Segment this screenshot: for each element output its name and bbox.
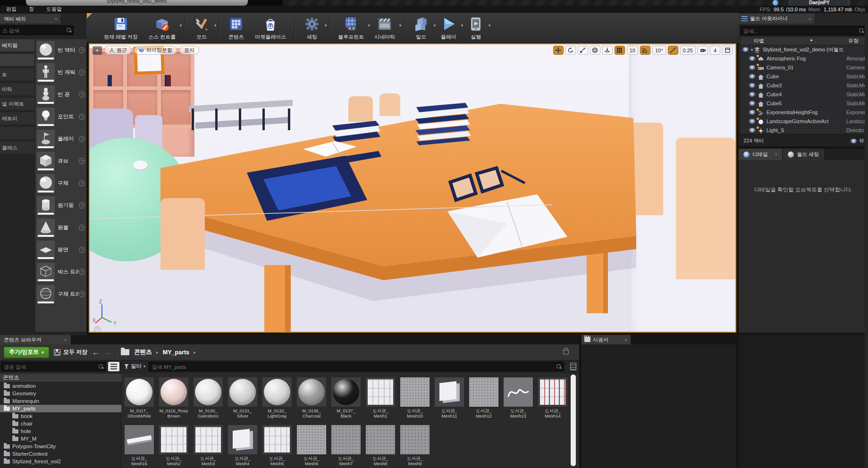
sources-list-toggle[interactable]: [108, 362, 119, 371]
viewport[interactable]: ▾원근라이팅포함표시 1010°0.254 Z X Y ?: [89, 43, 736, 333]
asset-도서관_Mesh10[interactable]: 도서관_Mesh10: [400, 377, 430, 418]
breadcrumb-my-parts[interactable]: MY_parts: [163, 349, 189, 356]
folder-Mannequin[interactable]: Mannequin: [0, 397, 121, 405]
folder-Stylized_forest_vol2[interactable]: Stylized_forest_vol2: [0, 458, 121, 465]
viewport-snap-value[interactable]: 10: [627, 46, 638, 55]
close-icon[interactable]: ×: [624, 335, 627, 344]
chevron-down-icon[interactable]: ▾: [214, 23, 217, 28]
folder-MY_M[interactable]: MY_M: [0, 435, 121, 443]
outliner-row[interactable]: Cube5StaticMes: [741, 99, 866, 108]
angle-icon[interactable]: [640, 46, 650, 55]
surface-icon[interactable]: [602, 46, 613, 55]
eye-icon[interactable]: [749, 56, 756, 61]
asset-M_0136_Charcoal[interactable]: M_0136_Charcoal: [296, 377, 327, 418]
sequencer-tab[interactable]: 시퀀서 ×: [581, 335, 631, 344]
viewport-options-dropdown[interactable]: ▾: [93, 46, 102, 55]
place-category[interactable]: 메트리: [0, 112, 34, 125]
world-outliner-tab[interactable]: 월드 아웃라이너 ×: [739, 14, 814, 24]
place-category[interactable]: [0, 54, 34, 66]
eye-icon[interactable]: [749, 92, 756, 97]
eye-icon[interactable]: [742, 47, 749, 52]
rotate-icon[interactable]: [565, 46, 576, 55]
menu-item-편집[interactable]: 편집: [0, 6, 23, 13]
place-actor-item[interactable]: 플레이?: [35, 128, 86, 150]
asset-도서관_Mesh11[interactable]: 도서관_Mesh11: [434, 377, 464, 418]
place-category[interactable]: 얼 이펙트: [0, 98, 34, 110]
eye-icon[interactable]: [749, 128, 756, 133]
outliner-row[interactable]: LandscapeGizmoActiveActLandscap: [741, 117, 866, 126]
asset-도서관_Mesh4[interactable]: 도서관_Mesh4: [228, 425, 258, 466]
back-button[interactable]: ←: [92, 348, 99, 356]
path-search-input[interactable]: [1, 363, 92, 371]
viewport-snap-value[interactable]: 4: [710, 46, 720, 55]
chevron-down-icon[interactable]: ▾: [325, 23, 327, 28]
folder-chair[interactable]: chair: [0, 420, 121, 427]
outliner-search[interactable]: [741, 26, 866, 35]
grid-icon[interactable]: [615, 46, 625, 55]
asset-도서관_Mesh1[interactable]: 도서관_Mesh1: [365, 377, 396, 418]
asset-M_0119_RosyBrown[interactable]: M_0119_RosyBrown: [159, 377, 189, 418]
eye-icon[interactable]: [749, 83, 756, 88]
lock-icon[interactable]: [563, 350, 569, 354]
outliner-search-input[interactable]: [741, 27, 852, 35]
place-actor-item[interactable]: 원뿔?: [35, 217, 86, 239]
expand-arrow-icon[interactable]: ▾: [751, 48, 753, 52]
chevron-down-icon[interactable]: ▾: [180, 23, 182, 28]
place-actor-item[interactable]: 큐브?: [35, 150, 86, 172]
folder-root[interactable]: 콘텐츠: [0, 374, 121, 382]
asset-도서관_Mesh5[interactable]: 도서관_Mesh5: [262, 425, 292, 466]
asset-도서관_Mesh14[interactable]: 도서관_Mesh14: [538, 377, 568, 418]
eye-icon[interactable]: [749, 119, 756, 124]
folder-StarterContent[interactable]: StarterContent: [0, 450, 121, 458]
viewport-button-원근[interactable]: 원근: [104, 46, 132, 55]
scale-icon[interactable]: [578, 46, 588, 55]
place-actor-item[interactable]: 구체?: [35, 172, 86, 194]
folder-Geometry[interactable]: Geometry: [0, 390, 121, 397]
outliner-row[interactable]: Camera_01CameraAc: [741, 63, 866, 72]
outliner-row[interactable]: CubeStaticMes: [741, 72, 866, 81]
outliner-row[interactable]: Cube3StaticMes: [741, 81, 866, 90]
toolbar-source-button[interactable]: ▾소스 컨트롤: [143, 16, 181, 41]
chevron-down-icon[interactable]: ▾: [399, 23, 402, 28]
asset-도서관_Mesh9[interactable]: 도서관_Mesh9: [400, 425, 430, 466]
viewport-snap-value[interactable]: 10°: [652, 46, 666, 55]
place-category[interactable]: [0, 127, 34, 139]
place-category[interactable]: 배치됨: [0, 39, 34, 51]
place-actor-item[interactable]: 빈 캐릭?: [35, 61, 86, 84]
view-options-icon[interactable]: [570, 363, 576, 370]
move-icon[interactable]: [553, 46, 564, 55]
outliner-row[interactable]: ▾Stylized_forest_vol2_demo (어월드: [741, 45, 866, 54]
menu-item-창[interactable]: 창: [23, 6, 40, 13]
viewport-help-icon[interactable]: ?: [94, 326, 101, 333]
place-actor-item[interactable]: 박스 트리거?: [35, 261, 86, 283]
folder-animation[interactable]: animation: [0, 382, 121, 390]
asset-search[interactable]: [149, 362, 564, 371]
place-actor-item[interactable]: 구체 트리거?: [35, 283, 86, 305]
toolbar-modes-button[interactable]: ▾모드: [188, 16, 215, 41]
path-search[interactable]: [1, 362, 106, 371]
filters-button[interactable]: 필터▾: [124, 363, 145, 370]
asset-도서관_Mesh7[interactable]: 도서관_Mesh7: [331, 425, 361, 466]
close-icon[interactable]: ×: [55, 14, 58, 24]
asset-grid-scrollbar[interactable]: [571, 375, 576, 466]
tab-world-settings[interactable]: 월드 세팅: [783, 149, 824, 160]
asset-M_0131_Silver[interactable]: M_0131_Silver: [228, 377, 258, 418]
toolbar-play-button[interactable]: ▾플레이: [435, 16, 462, 41]
asset-M_0117_GhostWhite[interactable]: M_0117_GhostWhite: [124, 377, 154, 418]
eye-icon[interactable]: [749, 110, 756, 115]
outliner-row[interactable]: ExponentialHeightFogExponenti: [741, 108, 866, 117]
chevron-down-icon[interactable]: ▾: [489, 23, 491, 28]
view-options-button[interactable]: 뷰: [850, 137, 864, 144]
place-actor-item[interactable]: 포인트?: [35, 106, 86, 128]
add-import-button[interactable]: 추가/임포트▾: [4, 347, 49, 358]
asset-도서관_Mesh12[interactable]: 도서관_Mesh12: [469, 377, 499, 418]
place-actors-search[interactable]: [0, 25, 74, 35]
eye-icon[interactable]: [749, 74, 756, 79]
tab-details[interactable]: i 디테일 ×: [739, 149, 782, 160]
content-browser-tab[interactable]: 콘텐츠 브라우저×: [0, 335, 71, 344]
place-category[interactable]: 트: [0, 68, 34, 81]
folder-Polygon-TownCity[interactable]: Polygon-TownCity: [0, 443, 121, 450]
label-column-header[interactable]: 라벨: [754, 37, 764, 44]
toolbar-settings-button[interactable]: ▾세팅: [298, 16, 326, 41]
asset-도서관_Mesh8[interactable]: 도서관_Mesh8: [365, 425, 396, 466]
